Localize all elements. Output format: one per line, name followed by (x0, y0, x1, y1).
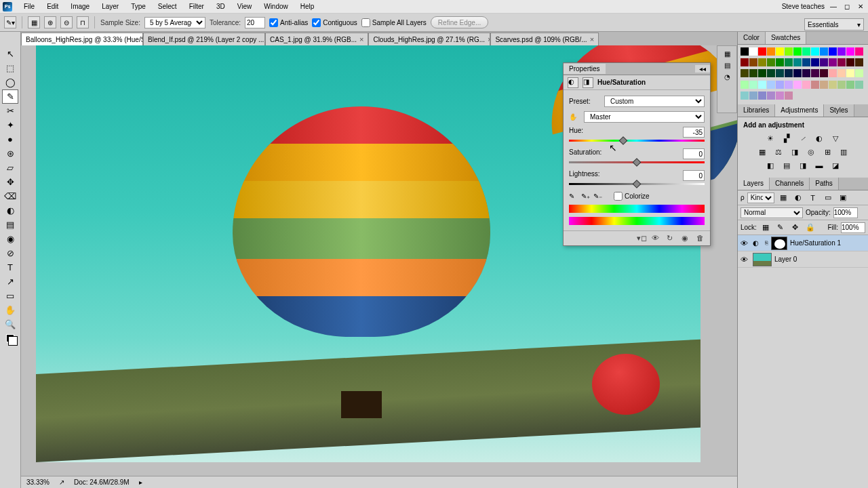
path-tool[interactable]: ↗ (2, 274, 18, 289)
fill-input[interactable] (841, 222, 865, 233)
menu-image[interactable]: Image (64, 3, 96, 10)
menu-3d[interactable]: 3D (210, 3, 231, 10)
gradient-tool[interactable]: ◐ (2, 203, 18, 218)
tab-layers[interactable]: Layers (738, 178, 770, 190)
menu-help[interactable]: Help (294, 3, 321, 10)
layer-name[interactable]: Hue/Saturation 1 (790, 239, 841, 247)
menu-filter[interactable]: Filter (183, 3, 210, 10)
swatch[interactable] (767, 69, 775, 77)
swatch[interactable] (741, 58, 749, 66)
swatch[interactable] (811, 58, 819, 66)
zoom-tool[interactable]: 🔍 (2, 317, 18, 331)
expand-icon[interactable]: ↗ (59, 479, 64, 486)
filter-adj-icon[interactable]: ◐ (792, 192, 804, 203)
swatch[interactable] (741, 81, 749, 89)
swatch[interactable] (846, 58, 854, 66)
swatch[interactable] (811, 81, 819, 89)
menu-layer[interactable]: Layer (96, 3, 125, 10)
menu-file[interactable]: File (18, 3, 41, 10)
menu-window[interactable]: Window (258, 3, 294, 10)
swatch[interactable] (820, 69, 828, 77)
swatch[interactable] (785, 92, 793, 100)
selective-color-icon[interactable]: ◪ (829, 160, 842, 171)
swatch[interactable] (855, 81, 863, 89)
hue-slider[interactable] (569, 140, 705, 142)
dodge-tool[interactable]: ◉ (2, 232, 18, 246)
swatch[interactable] (776, 58, 784, 66)
layer-thumb[interactable] (753, 253, 772, 266)
swatch[interactable] (837, 47, 846, 56)
layer-filter-kind[interactable]: Kind (747, 192, 774, 203)
swatch[interactable] (802, 69, 810, 77)
foreground-background-colors[interactable] (6, 334, 14, 342)
swatch[interactable] (767, 58, 775, 66)
lock-transparent-icon[interactable]: ▦ (760, 222, 772, 233)
swatch[interactable] (820, 81, 828, 89)
collapse-icon[interactable]: ◂◂ (695, 65, 710, 73)
photo-filter-icon[interactable]: ◎ (805, 146, 817, 157)
lightness-slider[interactable] (569, 183, 705, 185)
tab-color[interactable]: Color (738, 32, 766, 44)
healing-tool[interactable]: ● (2, 132, 18, 146)
antialias-checkbox[interactable]: Anti-alias (269, 18, 308, 27)
doc-tab-cas[interactable]: CAS_1.jpg @ 31.9% (RGB...× (265, 33, 368, 45)
new-selection-icon[interactable]: ▦ (28, 16, 40, 28)
eyedropper-add-icon[interactable]: ✎₊ (581, 192, 591, 200)
reset-icon[interactable]: ↻ (667, 234, 676, 243)
filter-type-icon[interactable]: T (807, 192, 819, 203)
swatch[interactable] (767, 47, 775, 56)
swatch[interactable] (741, 47, 749, 56)
swatch[interactable] (855, 58, 863, 66)
close-icon[interactable]: × (590, 35, 594, 43)
tab-libraries[interactable]: Libraries (738, 104, 775, 117)
contiguous-checkbox[interactable]: Contiguous (312, 18, 357, 27)
swatch[interactable] (793, 58, 802, 66)
swatch[interactable] (785, 81, 793, 89)
swatch[interactable] (829, 69, 837, 77)
properties-panel[interactable]: Properties◂◂ ◐ ◨ Hue/Saturation Preset: … (563, 62, 711, 246)
brush-tool[interactable]: ⊛ (2, 146, 18, 161)
swatch[interactable] (749, 69, 757, 77)
opacity-input[interactable] (833, 207, 858, 218)
filter-smart-icon[interactable]: ▣ (837, 192, 849, 203)
menu-view[interactable]: View (231, 3, 258, 10)
swatch[interactable] (776, 47, 784, 56)
swatch[interactable] (829, 58, 837, 66)
invert-icon[interactable]: ◧ (764, 160, 776, 171)
target-adjust-icon[interactable]: ✋ (569, 113, 581, 121)
doc-tab-balloons[interactable]: Balloons_HighRes.jpg @ 33.3% (Hue/Satura… (21, 33, 143, 45)
maximize-button[interactable]: ◻ (842, 2, 852, 12)
delete-icon[interactable]: 🗑 (696, 234, 706, 243)
swatch[interactable] (776, 69, 784, 77)
curves-icon[interactable]: ⟋ (797, 133, 809, 144)
posterize-icon[interactable]: ▤ (781, 160, 793, 171)
lightness-input[interactable] (683, 170, 705, 181)
channel-mixer-icon[interactable]: ⊞ (821, 146, 833, 157)
history-brush-tool[interactable]: ✥ (2, 175, 18, 189)
swatch[interactable] (802, 81, 810, 89)
channel-select[interactable]: Master (584, 111, 705, 123)
swatch[interactable] (829, 47, 837, 56)
close-button[interactable]: ✕ (856, 2, 865, 12)
swatch[interactable] (820, 47, 828, 56)
actions-icon[interactable]: ▤ (724, 62, 730, 69)
close-icon[interactable]: × (359, 35, 363, 43)
levels-icon[interactable]: ▞ (781, 133, 793, 144)
swatch[interactable] (802, 47, 810, 56)
swatch[interactable] (785, 58, 793, 66)
filter-shape-icon[interactable]: ▭ (822, 192, 834, 203)
lookup-icon[interactable]: ▥ (837, 146, 850, 157)
tab-paths[interactable]: Paths (810, 178, 839, 190)
menu-select[interactable]: Select (152, 3, 183, 10)
swatch[interactable] (829, 81, 837, 89)
swatch[interactable] (776, 92, 784, 100)
lasso-tool[interactable]: ◯ (2, 75, 18, 89)
visibility-icon[interactable]: 👁 (741, 256, 750, 264)
visibility-icon[interactable]: 👁 (741, 239, 750, 247)
swatch[interactable] (802, 58, 810, 66)
swatch[interactable] (837, 69, 846, 77)
stamp-tool[interactable]: ▱ (2, 161, 18, 175)
swatch[interactable] (749, 47, 757, 56)
magic-wand-tool[interactable]: ✎ (2, 89, 18, 104)
exposure-icon[interactable]: ◐ (813, 133, 825, 144)
